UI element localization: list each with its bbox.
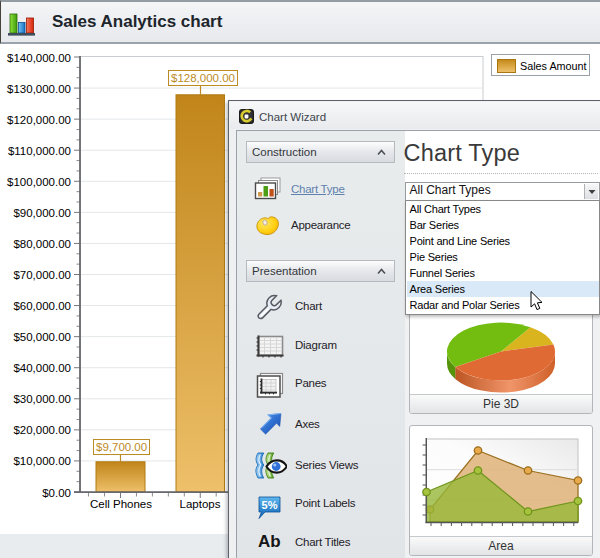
svg-text:5%: 5% <box>262 499 278 511</box>
